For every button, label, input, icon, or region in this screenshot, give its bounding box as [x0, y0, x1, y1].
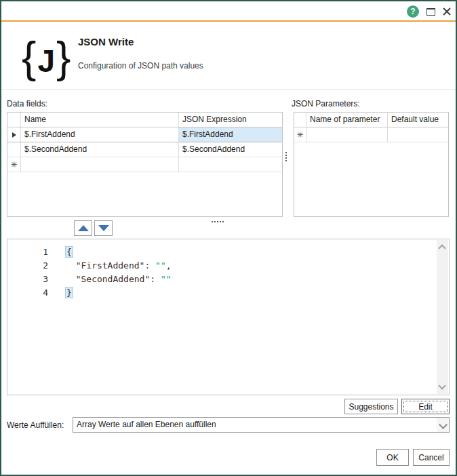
data-fields-header-row: Name JSON Expression	[7, 113, 282, 127]
table-row-new: ✳	[7, 157, 282, 172]
dropdown-selected-value: Array Werte auf allen Ebenen auffüllen	[73, 418, 437, 432]
help-icon[interactable]: ?	[407, 5, 419, 18]
cancel-button[interactable]: Cancel	[413, 449, 450, 466]
brace-highlight: {	[65, 246, 73, 258]
cell-parameter-name-empty[interactable]	[306, 127, 388, 142]
vertical-splitter-grip[interactable]	[285, 152, 287, 161]
line-number: 3	[7, 273, 48, 286]
json-string-value: ""	[161, 274, 172, 284]
horizontal-splitter-grip[interactable]	[212, 221, 224, 222]
json-parameters-grid: Name of parameter Default value ✳	[294, 112, 449, 217]
new-row-star-icon: ✳	[10, 161, 17, 169]
dialog-header: {J} JSON Write Configuration of JSON pat…	[0, 22, 457, 90]
parameters-header-row: Name of parameter Default value	[294, 113, 448, 127]
row-selector-header[interactable]	[7, 113, 21, 127]
move-down-button[interactable]	[94, 220, 113, 236]
icon-brace-open: {	[22, 31, 36, 85]
current-row-indicator[interactable]	[7, 127, 21, 142]
code-line: 2 "FirstAddend": "",	[7, 259, 435, 273]
scroll-up-icon[interactable]	[438, 244, 445, 252]
editor-scrollbar[interactable]	[437, 240, 448, 394]
edit-button[interactable]: Edit	[401, 399, 450, 414]
brace-highlight: }	[65, 287, 73, 298]
line-number: 2	[7, 259, 48, 273]
new-row-star-icon: ✳	[296, 131, 303, 139]
icon-letter: J	[37, 34, 55, 88]
titlebar[interactable]: ?	[0, 0, 457, 20]
new-row-indicator[interactable]: ✳	[294, 127, 306, 142]
data-fields-grid: Name JSON Expression $.FirstAddend $.Fir…	[7, 112, 283, 217]
line-number: 4	[7, 286, 48, 300]
table-row: $.SecondAddend $.SecondAddend	[7, 142, 282, 157]
json-code-editor[interactable]: 1 { 2 "FirstAddend": "", 3 "SecondAddend…	[7, 239, 450, 395]
fill-values-label: Werte Auffüllen:	[7, 420, 64, 430]
icon-brace-close: }	[56, 31, 71, 85]
ok-button[interactable]: OK	[376, 449, 409, 466]
column-header-default-value[interactable]: Default value	[388, 113, 448, 127]
json-key: "FirstAddend"	[76, 260, 145, 271]
fill-values-dropdown[interactable]: Array Werte auf allen Ebenen auffüllen	[73, 417, 450, 433]
cell-expression[interactable]: $.SecondAddend	[179, 142, 282, 157]
cell-default-value-empty[interactable]	[388, 127, 448, 142]
page-title: JSON Write	[78, 36, 134, 47]
arrow-down-icon	[98, 225, 109, 231]
json-string-value: ""	[155, 260, 166, 271]
row-selector[interactable]	[7, 142, 21, 157]
scroll-down-icon[interactable]	[438, 382, 445, 389]
column-header-expression[interactable]: JSON Expression	[179, 113, 282, 127]
chevron-down-icon[interactable]	[437, 418, 449, 432]
cell-name-empty[interactable]	[21, 157, 179, 172]
code-line: 3 "SecondAddend": ""	[7, 273, 435, 286]
code-lines: 1 { 2 "FirstAddend": "", 3 "SecondAddend…	[7, 245, 435, 300]
table-row-new: ✳	[294, 127, 448, 142]
json-key: "SecondAddend"	[76, 274, 151, 284]
page-subtitle: Configuration of JSON path values	[78, 61, 203, 71]
suggestions-button[interactable]: Suggestions	[344, 399, 398, 414]
table-row: $.FirstAddend $.FirstAddend	[7, 127, 282, 142]
line-number: 1	[7, 245, 48, 259]
arrow-up-icon	[78, 225, 89, 231]
grid-empty-area	[294, 142, 448, 216]
code-line: 4 }	[7, 286, 435, 300]
cell-name[interactable]: $.FirstAddend	[21, 127, 179, 142]
row-selector-header[interactable]	[294, 113, 306, 127]
maximize-icon[interactable]	[426, 8, 435, 16]
cell-expression-empty[interactable]	[179, 157, 282, 172]
data-fields-label: Data fields:	[7, 99, 47, 108]
close-icon[interactable]	[442, 7, 451, 16]
json-parameters-label: JSON Parameters:	[292, 99, 360, 108]
column-header-parameter-name[interactable]: Name of parameter	[306, 113, 388, 127]
json-write-icon: {J}	[22, 27, 71, 88]
cell-name[interactable]: $.SecondAddend	[21, 142, 179, 157]
json-write-dialog: ? {J} JSON Write Configuration of JSON p…	[0, 0, 457, 476]
grid-empty-area	[7, 172, 282, 216]
code-line: 1 {	[7, 245, 435, 259]
cell-expression-selected[interactable]: $.FirstAddend	[179, 127, 282, 142]
column-header-name[interactable]: Name	[21, 113, 179, 127]
row-arrow-icon	[12, 132, 16, 138]
move-up-button[interactable]	[74, 220, 92, 236]
new-row-indicator[interactable]: ✳	[7, 157, 21, 172]
